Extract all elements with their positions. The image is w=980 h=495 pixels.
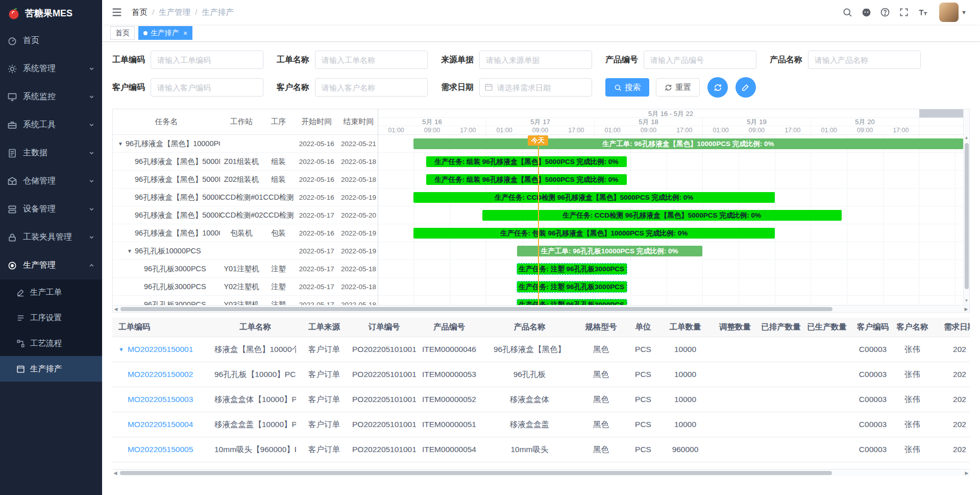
gantt-bar[interactable]: 生产任务: 注塑 96孔孔板3000PCS 完成比例: 0% <box>517 281 627 292</box>
source-doc-input[interactable] <box>479 51 592 69</box>
sidebar-item-system-monitor[interactable]: 系统监控 <box>0 83 102 111</box>
gantt-bar[interactable]: 生产任务: 组装 96孔移液盒【黑色】5000PCS 完成比例: 0% <box>426 174 627 185</box>
sidebar-item-production-order[interactable]: 生产工单 <box>0 279 102 305</box>
refresh-gantt-button[interactable] <box>707 77 728 98</box>
sidebar-item-equipment-mgmt[interactable]: 设备管理 <box>0 195 102 223</box>
tab-production-scheduling[interactable]: 生产排产 × <box>138 26 192 40</box>
customer-code-input[interactable] <box>151 78 263 97</box>
row-expand-caret[interactable]: ▼ <box>118 141 126 147</box>
filter-work-order-code: 工单编码 <box>112 51 263 69</box>
scroll-left-icon[interactable]: ◀ <box>113 305 119 313</box>
breadcrumb-home[interactable]: 首页 <box>132 7 148 18</box>
scroll-right-icon[interactable]: ▶ <box>963 305 969 313</box>
gantt-vertical-scrollbar[interactable]: ▲ ▼ <box>963 109 969 305</box>
close-icon[interactable]: × <box>183 30 187 37</box>
avatar[interactable] <box>939 3 959 22</box>
gantt-bar[interactable]: 生产任务: 组装 96孔移液盒【黑色】5000PCS 完成比例: 0% <box>426 156 627 167</box>
order-row[interactable]: ▼ MO202205150003 移液盒盒体【10000】PCS 客户订单 PO… <box>112 387 970 412</box>
gantt-bar[interactable]: 生产任务: 包装 96孔移液盒【黑色】10000PCS 完成比例: 0% <box>413 228 775 239</box>
breadcrumb-production-mgmt[interactable]: 生产管理 <box>159 7 190 18</box>
sidebar-item-home[interactable]: 首页 <box>0 27 102 55</box>
gantt-task-row[interactable]: ▼96孔移液盒【黑色】5000PCS Z02组装机 组装 2022-05-16 … <box>113 171 378 188</box>
gantt-bar[interactable]: 生产任务: CCD检测 96孔移液盒【黑色】5000PCS 完成比例: 0% <box>413 192 775 203</box>
hour-label: 01:00 <box>703 126 739 135</box>
gantt-bar[interactable]: 生产任务: 注塑 96孔孔板3000PCS 完成比例: 0% <box>517 264 627 274</box>
sidebar-item-production-mgmt[interactable]: 生产管理 <box>0 251 102 279</box>
gantt-task-row[interactable]: ▼96孔移液盒【黑色】5000PCS CCD检测#01 CCD检测 2022-0… <box>113 188 378 206</box>
scrollbar-thumb[interactable] <box>120 471 832 475</box>
work-order-code-input[interactable] <box>151 51 263 69</box>
end-time: 2022-05-20 <box>339 211 378 219</box>
order-no: PO202205101001 <box>352 370 416 379</box>
help-icon[interactable] <box>879 7 891 18</box>
product-no-input[interactable] <box>644 51 756 69</box>
sidebar-item-system-tools[interactable]: 系统工具 <box>0 111 102 139</box>
customer-name-input[interactable] <box>315 78 428 97</box>
order-row[interactable]: ▼ MO202205150002 96孔孔板【10000】PCS 客户订单 PO… <box>112 362 970 387</box>
orders-horizontal-scrollbar[interactable]: ◀ ▶ <box>112 469 970 476</box>
gantt-task-row[interactable]: ▼96孔孔板10000PCS 2022-05-17 2022-05-19 <box>113 242 378 260</box>
work-order-code-link[interactable]: MO202205150002 <box>128 370 193 379</box>
gantt-horizontal-scrollbar[interactable]: ◀ ▶ <box>113 305 969 312</box>
scroll-left-icon[interactable]: ◀ <box>112 469 118 476</box>
sidebar-item-warehouse-mgmt[interactable]: 仓储管理 <box>0 167 102 195</box>
scrollbar-thumb[interactable] <box>965 143 969 289</box>
edit-schedule-button[interactable] <box>736 77 756 98</box>
hour-label: 17:00 <box>883 126 919 135</box>
gantt-task-row[interactable]: ▼96孔孔板3000PCS Y02注塑机 注塑 2022-05-17 2022-… <box>113 278 378 296</box>
gantt-bar[interactable]: 生产工单: 96孔移液盒【黑色】10000PCS 完成比例: 0% <box>413 138 963 149</box>
sidebar: 苦糖果MES 首页 系统管理 系统监控 系统工具 <box>0 0 102 495</box>
demand-date: 202 <box>932 370 970 379</box>
reset-button[interactable]: 重置 <box>656 78 700 97</box>
workstation: Y03注塑机 <box>220 300 263 305</box>
user-menu[interactable]: ▼ <box>939 3 967 22</box>
gantt-task-row[interactable]: ▼96孔移液盒【黑色】10000PCS 包装机 包装 2022-05-16 20… <box>113 224 378 242</box>
filter-product-no: 产品编号 <box>605 51 756 69</box>
order-row[interactable]: ▼ MO202205150005 10mm吸头【960000】PCS 客户订单 … <box>112 437 970 462</box>
sidebar-toggle-icon[interactable] <box>111 6 124 18</box>
gantt-bar-label: 生产任务: 注塑 96孔孔板3000PCS 完成比例: 0% <box>517 281 627 292</box>
gantt-task-row[interactable]: ▼96孔移液盒【黑色】5000PCS CCD检测#02 CCD检测 2022-0… <box>113 206 378 224</box>
sidebar-item-fixture-mgmt[interactable]: 工装夹具管理 <box>0 223 102 251</box>
fullscreen-icon[interactable] <box>898 7 910 18</box>
search-button[interactable]: 搜索 <box>605 78 649 97</box>
gantt-chart-body: 生产工单: 96孔移液盒【黑色】10000PCS 完成比例: 0% 生产任务: … <box>378 135 963 305</box>
gantt-task-row[interactable]: ▼96孔移液盒【黑色】5000PCS Z01组装机 组装 2022-05-16 … <box>113 153 378 171</box>
tab-home[interactable]: 首页 <box>110 26 135 40</box>
scroll-right-icon[interactable]: ▶ <box>964 469 970 476</box>
work-order-code-link[interactable]: MO202205150001 <box>128 345 193 354</box>
product-name-input[interactable] <box>808 51 921 69</box>
sidebar-item-system-mgmt[interactable]: 系统管理 <box>0 55 102 83</box>
gantt-bar[interactable]: 生产任务: CCD检测 96孔移液盒【黑色】5000PCS 完成比例: 0% <box>482 210 842 221</box>
font-size-icon[interactable] <box>917 7 928 18</box>
sidebar-item-production-scheduling[interactable]: 生产排产 <box>0 356 102 382</box>
work-order-code-link[interactable]: MO202205150004 <box>128 420 193 429</box>
work-order-code-link[interactable]: MO202205150003 <box>128 395 193 404</box>
row-expand-caret[interactable]: ▼ <box>127 248 135 254</box>
end-time: 2022-05-19 <box>339 229 378 237</box>
gantt-bar[interactable]: 生产任务: 注塑 96孔孔板3000PCS 完成比例: 0% <box>517 299 627 305</box>
order-row[interactable]: ▼ MO202205150004 移液盒盒盖【10000】PCS 客户订单 PO… <box>112 412 970 437</box>
gantt-task-row[interactable]: ▼96孔孔板3000PCS Y03注塑机 注塑 2022-05-17 2022-… <box>113 296 378 305</box>
work-order-code-link[interactable]: MO202205150005 <box>128 445 193 454</box>
gantt-task-row[interactable]: ▼96孔孔板3000PCS Y01注塑机 注塑 2022-05-17 2022-… <box>113 260 378 278</box>
scroll-up-icon[interactable]: ▲ <box>964 135 969 141</box>
demand-date-input[interactable] <box>479 78 592 97</box>
gantt-task-row[interactable]: ▼96孔移液盒【黑色】10000PCS 2022-05-16 2022-05-2… <box>113 135 378 153</box>
process: 组装 <box>263 175 293 184</box>
work-order-name-input[interactable] <box>315 51 428 69</box>
github-icon[interactable] <box>861 7 872 18</box>
row-expand-caret[interactable]: ▼ <box>118 346 124 352</box>
order-row[interactable]: ▼ MO202205150001 移液盒【黑色】10000个 客户订单 PO20… <box>112 337 970 362</box>
sidebar-item-process-flow[interactable]: 工艺流程 <box>0 331 102 356</box>
unit: PCS <box>625 370 661 379</box>
search-icon[interactable] <box>842 7 853 18</box>
gantt-bar[interactable]: 生产工单: 96孔孔板10000PCS 完成比例: 0% <box>517 246 702 256</box>
scroll-down-icon[interactable]: ▼ <box>964 298 969 304</box>
end-time: 2022-05-18 <box>339 176 378 183</box>
customer-code: C00003 <box>852 395 893 404</box>
sidebar-item-process-settings[interactable]: 工序设置 <box>0 305 102 331</box>
day-label: 5月 17 <box>486 118 595 126</box>
scrollbar-thumb[interactable] <box>120 307 832 311</box>
sidebar-item-master-data[interactable]: 主数据 <box>0 139 102 167</box>
